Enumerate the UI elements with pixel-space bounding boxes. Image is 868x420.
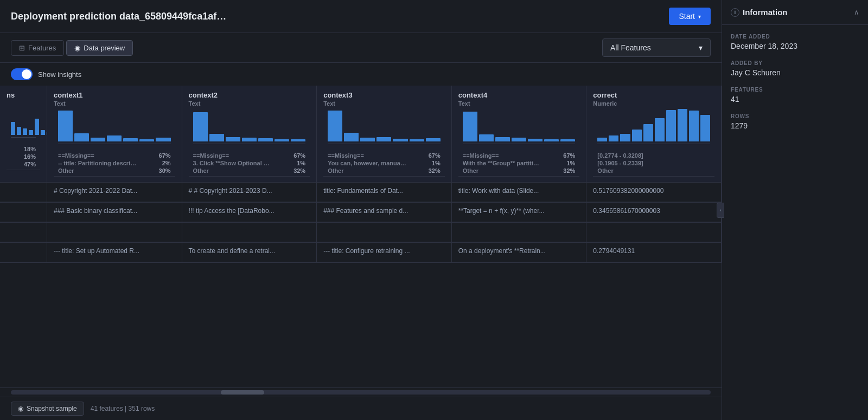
tab-group: ⊞ Features ◉ Data preview (11, 40, 133, 56)
col-header-context2: context2 Text (182, 86, 317, 183)
col-header-ns: ns (0, 86, 47, 183)
features-block: FEATURES 41 (731, 87, 859, 104)
rows-label: ROWS (731, 113, 859, 119)
sidebar-collapse-button[interactable]: › (717, 203, 724, 218)
bar (91, 138, 105, 141)
table-scroll-area[interactable]: ns (0, 86, 722, 387)
bar (609, 135, 618, 141)
bar (193, 112, 208, 141)
sidebar-header: i Information ∧ (722, 0, 868, 25)
info-icon: i (731, 8, 739, 17)
bar (58, 111, 73, 141)
bar (23, 128, 27, 135)
snapshot-sample-button[interactable]: ◉ Snapshot sample (11, 402, 84, 416)
stats-ns: 18% 16% 47% (7, 144, 40, 170)
chart-context2 (193, 109, 306, 144)
bar (495, 137, 510, 141)
table-row: --- title: Set up Automated R... To crea… (0, 243, 722, 263)
col-header-context1: context1 Text (47, 86, 182, 183)
grid-icon: ⊞ (19, 44, 25, 52)
bar (41, 130, 45, 135)
bar (11, 122, 15, 135)
page-title: Deployment prediction data_65809449fca1a… (11, 11, 226, 22)
chart-ns (11, 102, 36, 138)
added-by-value: Jay C Schuren (731, 68, 859, 77)
bar (597, 138, 607, 141)
bar (666, 110, 676, 141)
col-header-correct: correct Numeric (586, 86, 722, 183)
col-header-context4: context4 Text (451, 86, 586, 183)
bar (528, 139, 542, 141)
page-header: Deployment prediction data_65809449fca1a… (0, 0, 722, 33)
data-table: ns (0, 86, 722, 263)
features-filter-dropdown[interactable]: All Features ▾ (602, 38, 711, 57)
bar (209, 134, 224, 141)
sidebar-collapse-icon[interactable]: ∧ (854, 8, 859, 16)
stats-context3: ==Missing==67% You can, however, manuall… (323, 150, 445, 177)
stats-context1: ==Missing==67% -- title: Partitioning de… (54, 150, 175, 177)
bar (291, 139, 305, 141)
horizontal-scrollbar[interactable] (11, 390, 711, 395)
bar (700, 115, 710, 141)
table-row: ### Basic binary classificat... !!! tip … (0, 203, 722, 223)
show-insights-toggle[interactable] (11, 68, 33, 80)
bar (29, 130, 33, 135)
bar (512, 138, 526, 141)
sidebar-body: DATE ADDED December 18, 2023 ADDED BY Ja… (722, 25, 868, 139)
bar (156, 138, 170, 141)
bar (275, 139, 289, 141)
bar (410, 139, 424, 141)
bar (242, 138, 257, 141)
toolbar: ⊞ Features ◉ Data preview All Features ▾ (0, 33, 722, 63)
bar (344, 133, 359, 141)
bar (360, 138, 375, 141)
stats-context4: ==Missing==67% With the **Group** partit… (458, 150, 580, 177)
tab-features[interactable]: ⊞ Features (11, 40, 64, 56)
stats-correct: [0.2774 - 0.3208] [0.1905 - 0.2339] Othe… (593, 150, 714, 177)
bar (107, 135, 122, 141)
bar (655, 118, 665, 141)
bar (678, 109, 687, 141)
features-value: 41 (731, 95, 859, 104)
bar (426, 138, 441, 141)
eye-icon: ◉ (18, 405, 23, 412)
bar (328, 111, 342, 141)
bar (689, 111, 699, 141)
rows-block: ROWS 1279 (731, 113, 859, 130)
added-by-label: ADDED BY (731, 60, 859, 66)
bar (544, 139, 559, 141)
bar (139, 139, 154, 141)
bar (643, 124, 653, 141)
stats-context2: ==Missing==67% 3. Click **Show Optional … (189, 150, 310, 177)
sidebar-title: i Information (731, 8, 788, 17)
date-added-value: December 18, 2023 (731, 42, 859, 50)
footer: ◉ Snapshot sample 41 features | 351 rows (0, 397, 722, 420)
table-row: # Copyright 2021-2022 Dat... # # Copyrig… (0, 183, 722, 203)
bar (258, 138, 273, 141)
bar (632, 130, 642, 141)
eye-icon: ◉ (74, 44, 80, 52)
chevron-down-icon: ▾ (698, 14, 701, 20)
col-header-context3: context3 Text (317, 86, 452, 183)
bar (463, 112, 477, 141)
bar (479, 134, 494, 141)
tab-data-preview[interactable]: ◉ Data preview (66, 40, 133, 56)
date-added-label: DATE ADDED (731, 34, 859, 40)
chart-context1 (58, 109, 171, 144)
start-button[interactable]: Start ▾ (669, 8, 711, 25)
bar (226, 137, 240, 141)
chart-context3 (328, 109, 441, 144)
chart-correct (597, 109, 710, 144)
chevron-down-icon: ▾ (699, 43, 703, 52)
table-row (0, 223, 722, 243)
bar (560, 139, 575, 141)
bar (376, 137, 391, 141)
scroll-thumb[interactable] (221, 390, 264, 395)
bar (35, 119, 39, 135)
chart-context4 (463, 109, 576, 144)
insights-label: Show insights (38, 70, 81, 79)
bar (17, 127, 21, 135)
rows-value: 1279 (731, 121, 859, 130)
bar (123, 138, 138, 141)
features-label: FEATURES (731, 87, 859, 93)
